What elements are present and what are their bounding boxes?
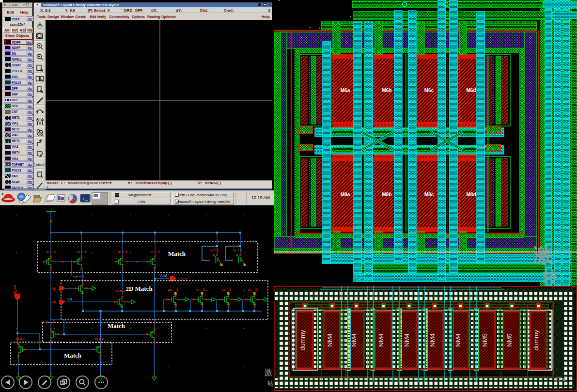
svg-text:m = 3: m = 3 (118, 250, 127, 254)
svg-text:NM4: NM4 (454, 333, 462, 346)
svg-text:m = 4: m = 4 (75, 274, 84, 279)
svg-text:m = 3: m = 3 (46, 250, 55, 254)
svg-text:M6d: M6d (467, 88, 476, 93)
svg-text:激: 激 (264, 368, 273, 377)
svg-text:›_: ›_ (82, 197, 88, 202)
svg-text:m = 1: m = 1 (169, 287, 178, 292)
svg-text:VB: VB (51, 300, 56, 304)
svg-text:M6a: M6a (341, 88, 350, 93)
svg-text:m = 1: m = 1 (209, 248, 218, 252)
svg-text:dummy: dummy (532, 329, 540, 350)
svg-text:NM5: NM5 (481, 333, 488, 346)
svg-text:VA: VA (52, 287, 56, 290)
svg-text:Match: Match (168, 250, 186, 257)
svg-text:[abcd]: [abcd] (34, 163, 46, 167)
svg-text:d丁d: d丁d (554, 376, 565, 382)
svg-text:NM5: NM5 (506, 333, 513, 346)
svg-text:m = 3: m = 3 (150, 250, 159, 254)
svg-text:m = 3: m = 3 (77, 250, 86, 254)
svg-text:m = 2: m = 2 (146, 319, 156, 324)
svg-text:Match: Match (108, 322, 125, 329)
svg-text:m = 1: m = 1 (221, 287, 231, 292)
svg-text:m = 4: m = 4 (115, 289, 125, 293)
svg-text:M8d: M8d (467, 192, 476, 197)
svg-text:NM4: NM4 (350, 333, 358, 346)
svg-text:转: 转 (542, 269, 557, 285)
svg-text:m = 1: m = 1 (248, 287, 257, 292)
svg-text:M8c: M8c (424, 192, 434, 197)
svg-text:dummy: dummy (299, 329, 306, 350)
svg-text:m = 1: m = 1 (195, 287, 204, 292)
svg-text:VB: VB (67, 298, 72, 301)
svg-text:NM4: NM4 (377, 333, 385, 346)
svg-text:Match: Match (64, 352, 82, 359)
svg-text:NM4: NM4 (326, 333, 333, 346)
svg-text:Vout: Vout (159, 273, 168, 278)
svg-text:NM4: NM4 (403, 333, 410, 346)
svg-text:m = 1: m = 1 (233, 248, 242, 252)
svg-text:M8a: M8a (341, 192, 350, 197)
svg-text:M6c: M6c (424, 88, 434, 93)
svg-text:转: 转 (267, 380, 274, 387)
svg-text:NM4: NM4 (429, 333, 436, 346)
svg-text:M8b: M8b (382, 192, 392, 197)
svg-text:VBIAS: VBIAS (13, 284, 16, 295)
svg-text:M6b: M6b (382, 88, 392, 93)
svg-text:m = 6: m = 6 (94, 337, 104, 341)
svg-text:2D Match: 2D Match (125, 285, 153, 292)
svg-text:m = 2: m = 2 (16, 337, 25, 341)
svg-text:激: 激 (532, 244, 552, 266)
